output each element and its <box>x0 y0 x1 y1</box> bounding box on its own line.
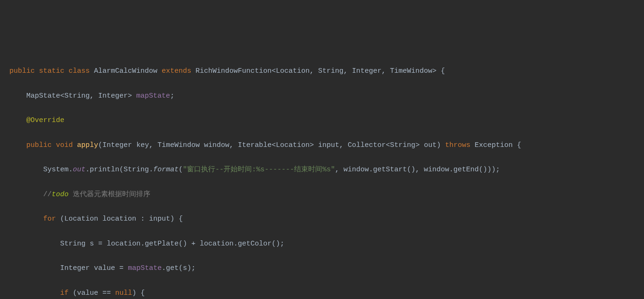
type: Integer <box>102 141 132 149</box>
method-call: format <box>153 166 178 174</box>
param-name: out <box>424 141 436 149</box>
code-line[interactable]: MapState<String, Integer> mapState; <box>0 90 644 102</box>
keyword: extends <box>162 67 191 75</box>
keyword: for <box>43 215 56 223</box>
method-call: getEnd <box>453 166 479 174</box>
type: String <box>60 240 85 248</box>
generic-type: Location <box>276 67 310 75</box>
code-line[interactable]: //todo 迭代器元素根据时间排序 <box>0 189 644 201</box>
generic-type: String <box>64 92 90 100</box>
keyword: class <box>69 67 90 75</box>
type: MapState <box>26 92 60 100</box>
annotation: @Override <box>26 116 64 124</box>
code-line[interactable]: String s = location.getPlate() + locatio… <box>0 238 644 250</box>
method-call: getColor <box>238 240 272 248</box>
method-call: getStart <box>373 166 407 174</box>
string-literal: "窗口执行--开始时间:%s-------结束时间%s" <box>183 166 335 174</box>
keyword: static <box>39 67 64 75</box>
code-line[interactable]: public void apply(Integer key, TimeWindo… <box>0 139 644 152</box>
type: TimeWindow <box>157 141 200 149</box>
param-name: key <box>136 141 149 149</box>
field: mapState <box>128 264 162 272</box>
generic-type: String <box>318 67 343 75</box>
type: Location <box>64 215 98 223</box>
keyword: if <box>60 289 69 297</box>
variable: location <box>107 240 140 248</box>
generic-type: String <box>390 141 415 149</box>
code-editor[interactable]: public static class AlarmCalcWindow exte… <box>0 53 644 299</box>
field: mapState <box>136 92 170 100</box>
method-call: println <box>90 166 119 174</box>
keyword: null <box>115 289 132 297</box>
variable: s <box>90 240 94 248</box>
comment: 迭代器元素根据时间排序 <box>69 191 150 199</box>
variable: location <box>102 215 136 223</box>
method-call: getPlate <box>145 240 178 248</box>
variable: value <box>94 264 115 272</box>
todo-marker: todo <box>52 191 69 199</box>
generic-type: TimeWindow <box>390 67 432 75</box>
method-name: apply <box>77 141 98 149</box>
class-name: RichWindowFunction <box>195 67 272 75</box>
class-name: String <box>124 166 149 174</box>
code-line[interactable]: if (value == null) { <box>0 287 644 299</box>
type: Exception <box>474 141 512 149</box>
type: Integer <box>60 264 90 272</box>
param-name: input <box>318 141 339 149</box>
keyword: public <box>9 67 35 75</box>
code-line[interactable]: @Override <box>0 115 644 127</box>
code-line[interactable]: public static class AlarmCalcWindow exte… <box>0 65 644 77</box>
type: Iterable <box>238 141 272 149</box>
class-name: AlarmCalcWindow <box>94 67 157 75</box>
keyword: public <box>26 141 52 149</box>
comment: // <box>43 191 52 199</box>
code-line[interactable]: System.out.println(String.format("窗口执行--… <box>0 164 644 176</box>
variable: location <box>200 240 233 248</box>
generic-type: Integer <box>352 67 381 75</box>
code-line[interactable]: Integer value = mapState.get(s); <box>0 262 644 275</box>
variable: value <box>77 289 98 297</box>
variable: window <box>424 166 449 174</box>
generic-type: Integer <box>98 92 128 100</box>
field: out <box>73 166 85 174</box>
keyword: void <box>56 141 73 149</box>
param-name: window <box>204 141 229 149</box>
variable: s <box>183 264 187 272</box>
type: Collector <box>348 141 386 149</box>
method-call: get <box>166 264 178 272</box>
generic-type: Location <box>276 141 310 149</box>
class-name: System <box>43 166 69 174</box>
keyword: throws <box>445 141 470 149</box>
variable: window <box>343 166 369 174</box>
code-line[interactable]: for (Location location : input) { <box>0 213 644 225</box>
variable: input <box>149 215 170 223</box>
